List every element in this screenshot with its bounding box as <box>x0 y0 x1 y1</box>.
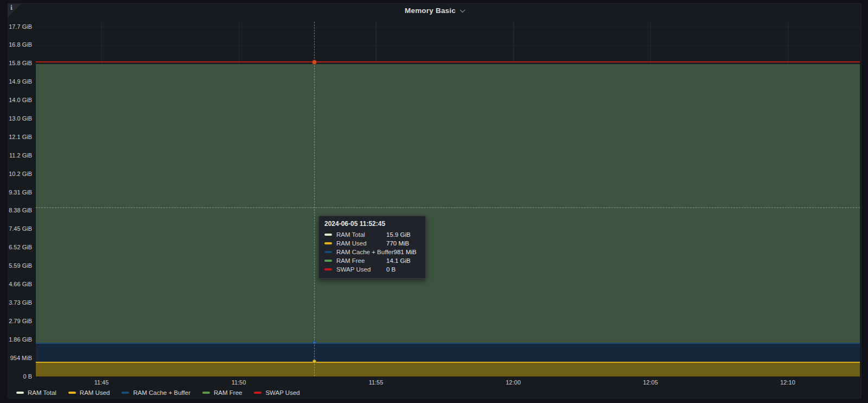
series-color-swatch <box>324 268 332 270</box>
x-axis-tick-label: 11:50 <box>220 379 258 386</box>
tooltip-series-name: RAM Free <box>336 257 386 264</box>
tooltip-row: SWAP Used0 B <box>324 265 420 274</box>
tooltip-series-name: SWAP Used <box>336 266 386 273</box>
series-color-swatch <box>324 260 332 262</box>
y-axis-tick-label: 5.59 GiB <box>2 262 32 269</box>
legend-color-swatch <box>16 392 24 394</box>
tooltip-series-value: 14.1 GiB <box>386 257 420 264</box>
tooltip-row: RAM Cache + Buffer981 MiB <box>324 248 420 256</box>
tooltip-series-value: 0 B <box>386 266 420 273</box>
tooltip-row: RAM Total15.9 GiB <box>324 230 420 239</box>
x-axis-tick-label: 11:45 <box>82 379 120 386</box>
x-axis-tick-label: 12:10 <box>769 379 807 386</box>
legend-item-ram-cache-buffer[interactable]: RAM Cache + Buffer <box>122 389 190 396</box>
legend-label: SWAP Used <box>265 389 299 396</box>
info-icon: i <box>10 4 12 11</box>
legend-item-ram-free[interactable]: RAM Free <box>202 389 242 396</box>
y-axis-tick-label: 2.79 GiB <box>2 318 32 324</box>
series-color-swatch <box>324 234 332 236</box>
hover-dot-ram-total <box>312 60 317 65</box>
y-axis-tick-label: 4.66 GiB <box>2 281 32 287</box>
gridline-horizontal <box>36 45 860 46</box>
gridline-horizontal <box>36 376 860 377</box>
legend-item-ram-total[interactable]: RAM Total <box>16 389 56 396</box>
legend-label: RAM Cache + Buffer <box>133 389 190 396</box>
series-color-swatch <box>324 242 332 244</box>
tooltip-series-value: 15.9 GiB <box>386 231 420 238</box>
y-axis-tick-label: 11.2 GiB <box>2 152 32 159</box>
series-area-ram-cache-buffer <box>36 343 860 362</box>
y-axis-tick-label: 13.0 GiB <box>2 115 32 122</box>
tooltip-series-name: RAM Used <box>336 240 386 247</box>
legend-color-swatch <box>202 392 210 394</box>
x-axis-tick-label: 11:55 <box>357 379 395 386</box>
panel-info-corner[interactable]: i <box>8 3 22 17</box>
y-axis-tick-label: 9.31 GiB <box>2 189 32 196</box>
tooltip-timestamp: 2024-06-05 11:52:45 <box>324 220 420 228</box>
y-axis-tick-label: 15.8 GiB <box>2 60 32 66</box>
y-axis-tick-label: 12.1 GiB <box>2 134 32 140</box>
y-axis-tick-label: 17.7 GiB <box>2 23 32 30</box>
y-axis-tick-label: 6.52 GiB <box>2 244 32 250</box>
legend-label: RAM Total <box>28 389 56 396</box>
series-area-ram-used <box>36 362 860 376</box>
legend-color-swatch <box>68 392 76 394</box>
series-area-ram-free <box>36 64 860 343</box>
panel-title: Memory Basic <box>405 7 456 15</box>
y-axis-tick-label: 8.38 GiB <box>2 207 32 213</box>
crosshair-horizontal <box>36 207 860 208</box>
tooltip-series-name: RAM Total <box>336 231 386 238</box>
tooltip-row: RAM Free14.1 GiB <box>324 256 420 265</box>
legend-label: RAM Free <box>214 389 242 396</box>
series-color-swatch <box>324 251 332 253</box>
panel-header[interactable]: Memory Basic <box>0 5 868 15</box>
crosshair-vertical <box>314 22 315 376</box>
y-axis-tick-label: 3.73 GiB <box>2 299 32 306</box>
tooltip-series-value: 981 MiB <box>394 249 427 255</box>
legend-label: RAM Used <box>80 389 110 396</box>
chart-tooltip: 2024-06-05 11:52:45 RAM Total15.9 GiBRAM… <box>318 216 426 279</box>
x-axis-tick-label: 12:05 <box>631 379 669 386</box>
chevron-down-icon <box>460 7 465 12</box>
y-axis-tick-label: 0 B <box>2 373 32 380</box>
grafana-dashboard: i Memory Basic 11:4511:5011:5512:0012:05… <box>0 0 868 403</box>
y-axis-tick-label: 10.2 GiB <box>2 171 32 177</box>
tooltip-series-value: 770 MiB <box>386 240 420 247</box>
y-axis-tick-label: 954 MiB <box>2 355 32 361</box>
hover-dot-ram-used <box>312 360 316 363</box>
legend: RAM TotalRAM UsedRAM Cache + BufferRAM F… <box>16 389 300 396</box>
tooltip-rows: RAM Total15.9 GiBRAM Used770 MiBRAM Cach… <box>324 230 420 274</box>
legend-color-swatch <box>254 392 261 394</box>
hover-dot-ram-cache-buffer <box>312 341 316 344</box>
y-axis-tick-label: 14.0 GiB <box>2 97 32 103</box>
legend-item-swap-used[interactable]: SWAP Used <box>254 389 299 396</box>
y-axis-tick-label: 16.8 GiB <box>2 41 32 48</box>
y-axis-tick-label: 1.86 GiB <box>2 336 32 343</box>
legend-color-swatch <box>122 392 129 394</box>
y-axis-tick-label: 14.9 GiB <box>2 78 32 85</box>
legend-item-ram-used[interactable]: RAM Used <box>68 389 110 396</box>
tooltip-row: RAM Used770 MiB <box>324 239 420 248</box>
y-axis-tick-label: 7.45 GiB <box>2 225 32 232</box>
series-line-ram-total <box>36 61 860 62</box>
tooltip-series-name: RAM Cache + Buffer <box>336 249 394 255</box>
gridline-horizontal <box>36 27 860 27</box>
x-axis-tick-label: 12:00 <box>494 379 532 386</box>
